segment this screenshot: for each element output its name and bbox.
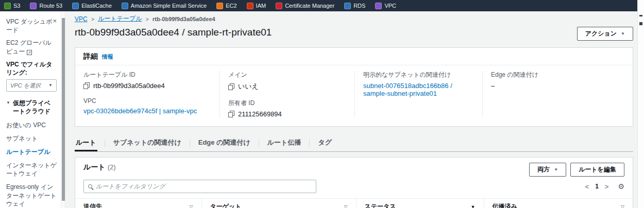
field-vpc: VPC vpc-03026bdeb6e974c5f | sample-vpc xyxy=(83,97,211,115)
detail-tabs: ルート サブネットの関連付け Edge の関連付け ルート伝播 タグ xyxy=(75,135,633,152)
details-column-3: 明示的なサブネットの関連付け subnet-0076518adbc166b86 … xyxy=(354,71,482,118)
field-label: 明示的なサブネットの関連付け xyxy=(363,71,474,79)
browser-bookmarks-bar: S3 Route 53 ElastiCache Amazon Simple Em… xyxy=(0,0,637,11)
tab-routes[interactable]: ルート xyxy=(75,135,97,151)
bookmark-label: ElastiCache xyxy=(81,3,112,9)
header-destination: 送信先▽ xyxy=(75,199,201,208)
field-label: Edge の関連付け xyxy=(491,71,624,79)
actions-button[interactable]: アクション ▼ xyxy=(577,27,633,41)
field-edge-associations: Edge の関連付け – xyxy=(491,71,624,90)
pagination: < 1 > ⚙ xyxy=(585,182,624,190)
certificate-manager-favicon xyxy=(276,3,282,9)
bookmark-certificate-manager[interactable]: Certificate Manager xyxy=(276,3,334,9)
bookmark-iam[interactable]: IAM xyxy=(247,3,266,9)
tab-tags[interactable]: タグ xyxy=(317,135,333,151)
bookmark-rds[interactable]: RDS xyxy=(344,3,365,9)
sidebar-item-your-vpcs[interactable]: お使いの VPC xyxy=(6,121,57,129)
current-page[interactable]: 1 xyxy=(595,183,599,190)
breadcrumb-route-tables[interactable]: ルートテーブル xyxy=(98,14,142,23)
field-label: VPC xyxy=(83,97,211,105)
screen: S3 Route 53 ElastiCache Amazon Simple Em… xyxy=(0,0,644,208)
bookmark-label: IAM xyxy=(256,3,266,9)
vpc-sidebar: VPC ダッシュボード × EC2 グローバルビュー ↗ VPC でフィルタリン… xyxy=(0,11,61,208)
route-table-id-value: rtb-0b99f9d3a05a0dee4 xyxy=(93,82,165,90)
page-body: VPC ダッシュボード × EC2 グローバルビュー ↗ VPC でフィルタリン… xyxy=(0,11,637,208)
vpc-filter-label: VPC でフィルタリング: xyxy=(6,60,57,77)
tab-route-propagation[interactable]: ルート伝播 xyxy=(266,135,302,151)
sidebar-item-subnets[interactable]: サブネット xyxy=(6,134,57,143)
field-explicit-subnet-associations: 明示的なサブネットの関連付け subnet-0076518adbc166b86 … xyxy=(363,71,474,97)
bookmark-elasticache[interactable]: ElastiCache xyxy=(72,3,112,9)
rds-favicon xyxy=(344,3,351,9)
header-propagated: 伝播済み▽ xyxy=(484,199,633,208)
vpc-select-placeholder: VPC を選択 xyxy=(10,82,41,90)
settings-gear-icon[interactable]: ⚙ xyxy=(618,182,624,190)
search-icon xyxy=(88,184,92,188)
details-column-1: ルートテーブル ID rtb-0b99f9d3a05a0dee4 VPC vpc… xyxy=(75,71,219,118)
sidebar-item-vpc-dashboard[interactable]: VPC ダッシュボード xyxy=(6,18,53,34)
header-target: ターゲット▽ xyxy=(201,199,356,208)
tab-separator xyxy=(309,140,310,147)
routes-card: ルート(2) 両方 ▼ ルートを編集 xyxy=(75,157,633,208)
bookmark-label: RDS xyxy=(353,3,365,9)
tab-separator xyxy=(259,140,259,147)
tab-edge-associations[interactable]: Edge の関連付け xyxy=(197,135,251,151)
page-scrollbar-thumb[interactable] xyxy=(639,22,642,25)
vpc-filter-select[interactable]: VPC を選択 ▼ xyxy=(6,79,57,92)
sort-icon[interactable]: ▽ xyxy=(344,204,348,208)
subnet-association-link[interactable]: subnet-0076518adbc166b86 / sample-subnet… xyxy=(363,82,474,97)
routes-filter-input[interactable] xyxy=(96,183,312,190)
vpc-favicon xyxy=(375,3,382,9)
routes-count: (2) xyxy=(108,163,116,171)
edit-routes-button[interactable]: ルートを編集 xyxy=(570,163,624,177)
details-column-4: Edge の関連付け – xyxy=(482,71,633,118)
ses-favicon xyxy=(122,3,128,9)
routes-toolbar: < 1 > ⚙ xyxy=(75,178,633,198)
bookmark-ses[interactable]: Amazon Simple Email Service xyxy=(122,3,207,9)
copy-icon[interactable] xyxy=(83,82,90,89)
details-column-2: メイン いいえ 所有者 ID 211125669894 xyxy=(219,71,354,118)
bookmark-label: Certificate Manager xyxy=(285,3,334,9)
bookmark-vpc[interactable]: VPC xyxy=(375,3,396,9)
breadcrumb-vpc[interactable]: VPC xyxy=(75,15,88,23)
field-label: ルートテーブル ID xyxy=(83,71,211,79)
field-label: 所有者 ID xyxy=(228,99,346,108)
sort-icon[interactable]: ▼ xyxy=(471,204,476,208)
sidebar-item-internet-gateways[interactable]: インターネットゲートウェイ xyxy=(6,161,57,178)
sidebar-item-egress-only-internet-gateways[interactable]: Egress-only インターネットゲートウェイ xyxy=(6,183,57,208)
close-icon[interactable]: × xyxy=(53,18,57,24)
tab-separator xyxy=(190,140,190,147)
next-page-icon[interactable]: > xyxy=(605,183,609,190)
copy-icon[interactable] xyxy=(228,111,234,117)
info-link[interactable]: 情報 xyxy=(102,53,113,61)
breadcrumb-current: rtb-0b99f9d3a05a0dee4 xyxy=(152,16,215,22)
sort-icon[interactable]: ▽ xyxy=(621,204,624,208)
sidebar-item-route-tables[interactable]: ルートテーブル xyxy=(6,148,57,156)
bookmark-label: Amazon Simple Email Service xyxy=(131,3,207,9)
bookmark-ec2[interactable]: EC2 xyxy=(216,3,236,9)
both-filter-label: 両方 xyxy=(537,165,550,174)
bookmark-s3[interactable]: S3 xyxy=(4,3,20,9)
s3-favicon xyxy=(4,3,11,9)
routes-header: ルート(2) 両方 ▼ ルートを編集 xyxy=(75,158,633,178)
breadcrumb: VPC > ルートテーブル > rtb-0b99f9d3a05a0dee4 xyxy=(75,14,633,23)
both-filter-button[interactable]: 両方 ▼ xyxy=(529,163,566,177)
edit-routes-label: ルートを編集 xyxy=(579,165,616,174)
sidebar-scrollbar[interactable] xyxy=(61,11,65,208)
bookmark-label: Route 53 xyxy=(39,3,62,9)
previous-page-icon[interactable]: < xyxy=(585,183,589,190)
tab-subnet-associations[interactable]: サブネットの関連付け xyxy=(112,135,182,151)
sidebar-scrollbar-thumb[interactable] xyxy=(62,18,65,201)
vpc-link[interactable]: vpc-03026bdeb6e974c5f | sample-vpc xyxy=(83,107,197,115)
header-status: ステータス▼ xyxy=(356,199,484,208)
page-scrollbar[interactable] xyxy=(637,0,644,208)
bookmark-route53[interactable]: Route 53 xyxy=(30,3,62,9)
sidebar-item-ec2-global-view[interactable]: EC2 グローバルビュー ↗ xyxy=(6,39,57,55)
main-column: S3 Route 53 ElastiCache Amazon Simple Em… xyxy=(0,0,637,208)
scrollbar-up-arrow[interactable] xyxy=(639,15,642,16)
sidebar-section-virtual-private-cloud[interactable]: ▼ 仮想プライベートクラウド xyxy=(6,99,57,115)
field-main: メイン いいえ xyxy=(228,71,346,91)
sort-icon[interactable]: ▽ xyxy=(190,204,193,208)
field-route-table-id: ルートテーブル ID rtb-0b99f9d3a05a0dee4 xyxy=(83,71,211,90)
copy-icon[interactable] xyxy=(228,83,234,90)
